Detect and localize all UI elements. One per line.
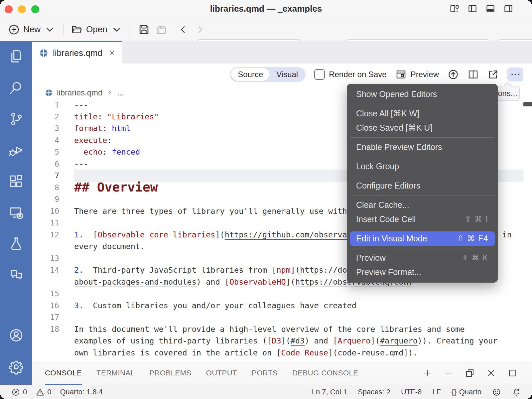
menu-item-label: Close All [⌘K W]: [356, 109, 419, 118]
code-line: There are three types of library you'll …: [74, 205, 370, 217]
toolbar-separator: [130, 23, 130, 36]
run-debug-icon[interactable]: [8, 142, 24, 158]
chevron-down-icon: [111, 24, 123, 36]
status-item-label: Ln 7, Col 1: [312, 388, 347, 396]
tab-libraries-qmd[interactable]: libraries.qmd: [32, 41, 122, 64]
panel-tab-output[interactable]: OUTPUT: [206, 361, 237, 385]
menu-separator: [350, 195, 494, 196]
menu-item-preview[interactable]: Preview⇧ ⌘ K: [350, 251, 495, 265]
panel-tab-console[interactable]: CONSOLE: [45, 361, 82, 385]
code-line: ---: [74, 100, 88, 111]
status-item-spaces-2[interactable]: Spaces: 2: [358, 388, 390, 396]
menu-item-label: Configure Editors: [356, 181, 420, 191]
title-bar: libraries.qmd — _examples: [0, 0, 532, 18]
more-actions-button[interactable]: [507, 67, 523, 81]
render-on-save-label: Render on Save: [329, 70, 386, 79]
status-item-label: 0: [47, 388, 51, 396]
explorer-icon[interactable]: [8, 49, 24, 64]
source-visual-toggle: Source Visual: [230, 67, 306, 82]
menu-item-preview-format[interactable]: Preview Format...: [350, 265, 495, 279]
close-tab-icon[interactable]: [109, 49, 115, 57]
line-number: 17: [32, 311, 59, 323]
code-line: echo: fenced: [74, 146, 140, 158]
add-icon[interactable]: [422, 368, 432, 378]
status-item-0[interactable]: 0: [11, 388, 27, 397]
open-in-new-window-icon[interactable]: [487, 69, 499, 80]
menu-separator: [350, 137, 494, 138]
toggle-sidebar-icon[interactable]: [467, 4, 477, 14]
scrollbar-thumb[interactable]: [523, 102, 532, 106]
menu-item-lock-group[interactable]: Lock Group: [350, 159, 495, 174]
open-button[interactable]: Open: [71, 24, 123, 36]
settings-gear-icon[interactable]: [8, 359, 24, 375]
toggle-panel-icon[interactable]: [485, 4, 495, 14]
preview-icon: [395, 69, 407, 80]
account-icon[interactable]: [8, 328, 24, 343]
menu-item-label: Enable Preview Editors: [356, 142, 442, 152]
menu-item-label: Insert Code Cell: [356, 214, 416, 224]
line-number: 16: [32, 300, 59, 312]
open-button-label: Open: [86, 24, 107, 35]
close-icon[interactable]: [486, 368, 496, 378]
restore-icon[interactable]: [465, 368, 475, 378]
status-item[interactable]: [512, 388, 521, 397]
line-number: 15: [32, 288, 59, 300]
menu-item-clear-cache[interactable]: Clear Cache...: [350, 198, 495, 212]
source-control-icon[interactable]: [8, 111, 24, 127]
remote-explorer-icon[interactable]: [8, 205, 24, 220]
status-item-utf-8[interactable]: UTF-8: [401, 388, 422, 396]
status-item-ln-7-col-1[interactable]: Ln 7, Col 1: [312, 388, 347, 396]
warning-triangle-icon: [36, 388, 45, 397]
navigate-back-icon[interactable]: [178, 25, 188, 35]
menu-item-show-opened-editors[interactable]: Show Opened Editors: [350, 87, 495, 101]
render-document-icon[interactable]: [448, 69, 459, 80]
menu-item-shortcut: ⇧ ⌘ I: [465, 215, 488, 224]
menu-item-label: Preview Format...: [356, 267, 421, 277]
new-button[interactable]: New: [8, 24, 56, 36]
status-item-lf[interactable]: LF: [432, 388, 441, 396]
quarto-file-icon: [39, 49, 48, 58]
menu-item-close-all-k-w[interactable]: Close All [⌘K W]: [350, 106, 495, 121]
line-number: 18: [32, 323, 59, 335]
menu-item-insert-code-cell[interactable]: Insert Code Cell⇧ ⌘ I: [350, 212, 495, 226]
menu-item-close-saved-k-u[interactable]: Close Saved [⌘K U]: [350, 121, 495, 135]
panel-tab-ports[interactable]: PORTS: [252, 361, 278, 385]
testing-icon[interactable]: [8, 236, 24, 252]
editor-tab-bar: libraries.qmd: [32, 41, 532, 64]
customize-layout-icon[interactable]: [450, 4, 460, 14]
status-item-quarto-1-8-4[interactable]: Quarto: 1.8.4: [60, 388, 103, 396]
render-on-save-checkbox[interactable]: [314, 69, 325, 80]
code-line: own libraries is covered in the article …: [74, 347, 418, 359]
menu-item-configure-editors[interactable]: Configure Editors: [350, 179, 495, 193]
panel-tab-problems[interactable]: PROBLEMS: [149, 361, 191, 385]
source-mode-button[interactable]: Source: [231, 68, 270, 81]
toggle-secondary-sidebar-icon[interactable]: [503, 4, 513, 14]
preview-button[interactable]: Preview: [395, 69, 439, 80]
save-icon[interactable]: [138, 23, 150, 36]
line-number: 12: [32, 229, 59, 241]
status-item-0[interactable]: 0: [36, 388, 51, 397]
navigate-forward-icon[interactable]: [195, 25, 205, 35]
status-item-quarto[interactable]: {}Quarto: [452, 388, 481, 396]
menu-item-enable-preview-editors[interactable]: Enable Preview Editors: [350, 140, 495, 154]
save-all-icon[interactable]: [155, 23, 168, 36]
visual-mode-button[interactable]: Visual: [270, 68, 305, 81]
menu-item-edit-in-visual-mode[interactable]: Edit in Visual Mode⇧ ⌘ F4: [350, 231, 495, 246]
status-item[interactable]: [492, 388, 501, 397]
line-number: 10: [32, 205, 59, 217]
maximize-panel-icon[interactable]: [507, 368, 517, 378]
menu-item-label: Lock Group: [356, 162, 399, 171]
comments-icon[interactable]: [8, 267, 24, 283]
search-icon[interactable]: [8, 80, 24, 95]
plus-circle-icon: [8, 24, 20, 36]
status-item-label: Quarto: 1.8.4: [60, 388, 103, 396]
panel-tab-debug-console[interactable]: DEBUG CONSOLE: [292, 361, 358, 385]
line-number: 5: [32, 146, 59, 158]
collapse-icon[interactable]: [444, 368, 454, 378]
editor-actions-context-menu: Show Opened EditorsClose All [⌘K W]Close…: [347, 84, 498, 283]
status-bar: 00Quarto: 1.8.4 Ln 7, Col 1Spaces: 2UTF-…: [0, 385, 532, 399]
extensions-icon[interactable]: [8, 174, 24, 189]
folder-open-icon: [71, 24, 83, 36]
split-editor-icon[interactable]: [467, 69, 479, 80]
panel-tab-terminal[interactable]: TERMINAL: [96, 361, 135, 385]
